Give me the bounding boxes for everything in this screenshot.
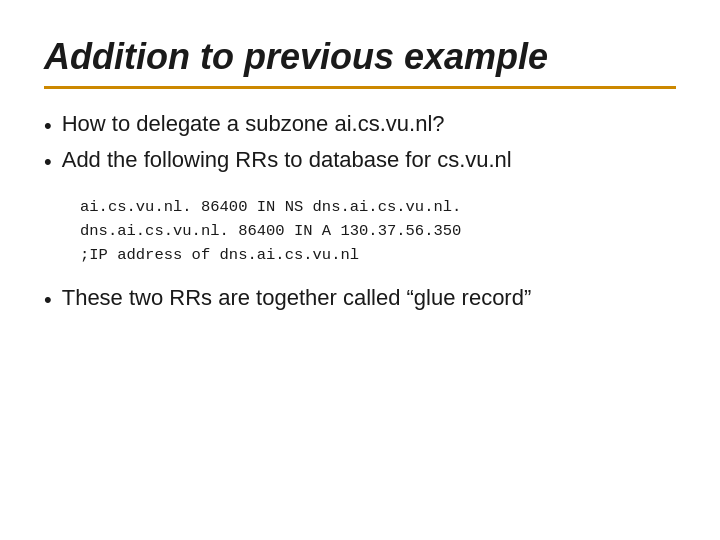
bullet-dot: • (44, 113, 52, 139)
slide-title: Addition to previous example (44, 36, 676, 78)
list-item: • How to delegate a subzone ai.cs.vu.nl? (44, 111, 676, 139)
code-block: ai.cs.vu.nl. 86400 IN NS dns.ai.cs.vu.nl… (80, 195, 676, 267)
bullet-dot: • (44, 149, 52, 175)
bullet-text: How to delegate a subzone ai.cs.vu.nl? (62, 111, 445, 137)
title-underline (44, 86, 676, 89)
top-bullet-list: • How to delegate a subzone ai.cs.vu.nl?… (44, 111, 676, 175)
slide: Addition to previous example • How to de… (0, 0, 720, 540)
bullet-dot: • (44, 287, 52, 313)
bottom-bullet-list: • These two RRs are together called “glu… (44, 285, 676, 313)
code-line-1: ai.cs.vu.nl. 86400 IN NS dns.ai.cs.vu.nl… (80, 195, 676, 219)
list-item: • These two RRs are together called “glu… (44, 285, 676, 313)
bullet-text: Add the following RRs to database for cs… (62, 147, 512, 173)
code-line-3: ;IP address of dns.ai.cs.vu.nl (80, 243, 676, 267)
list-item: • Add the following RRs to database for … (44, 147, 676, 175)
bullet-text: These two RRs are together called “glue … (62, 285, 532, 311)
code-line-2: dns.ai.cs.vu.nl. 86400 IN A 130.37.56.35… (80, 219, 676, 243)
